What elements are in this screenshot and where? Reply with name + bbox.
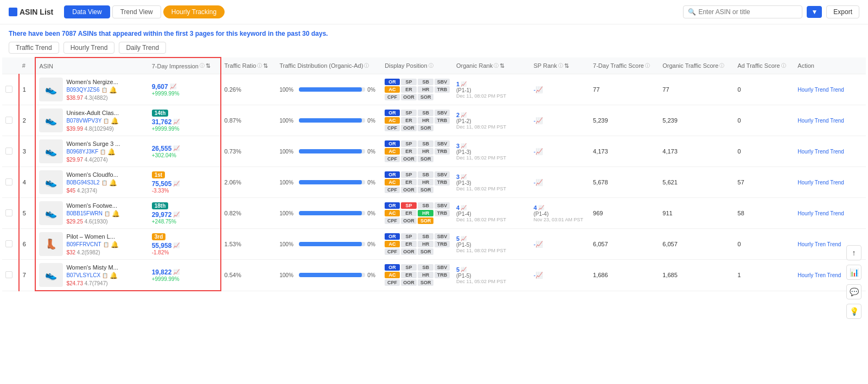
action-link[interactable]: Hourly Trend Trend [797, 87, 844, 93]
chat-button[interactable]: 💬 [846, 284, 861, 299]
row-number: 2 [19, 105, 36, 136]
th-impression-sort[interactable]: ⇅ [206, 62, 210, 69]
asin-code[interactable]: B07VLSYLCX 📋 🔔 [66, 272, 118, 279]
product-image: 👟 [39, 108, 63, 132]
dp-badge-sor: SOR [418, 279, 433, 286]
dp-badge-er: ER [401, 272, 417, 278]
dp-badge-er: ER [401, 210, 417, 216]
filter-traffic-trend[interactable]: Traffic Trend [9, 42, 59, 54]
tab-data-view[interactable]: Data View [64, 5, 110, 18]
data-export-button[interactable]: 📊 [846, 265, 861, 280]
asin-code[interactable]: B0BB15FWRN 📋 🔔 [66, 210, 120, 217]
table-row: 7 👟 Women's Misty M... B07VLSYLCX 📋 🔔 $2… [2, 260, 866, 291]
organic-rank-value[interactable]: 5 📈 [456, 235, 527, 242]
action-link[interactable]: Hourly Trend Trend [797, 149, 844, 155]
scroll-top-button[interactable]: ↑ [846, 245, 861, 260]
row-display-position: ORSPSBSBVACERHRTRBCPFOORSOR [381, 167, 453, 198]
asin-info: Women's Cloudfo... B0BG94S3L2 📋 🔔 $45 4.… [66, 171, 118, 194]
sp-rank-dash[interactable]: -📈 [533, 241, 543, 247]
row-organic-rank: 3 📈 (P1-3) Dec 11, 08:02 PM PST [453, 167, 531, 198]
organic-rank-value[interactable]: 2 📈 [456, 112, 527, 118]
impression-chart-icon[interactable]: 📈 [173, 145, 180, 151]
row-checkbox[interactable] [5, 178, 12, 185]
filter-hourly-trend[interactable]: Hourly Trend [63, 42, 115, 54]
info-button[interactable]: 💡 [846, 304, 861, 319]
dp-badge-or: OR [385, 264, 399, 271]
impression-chart-icon[interactable]: 📈 [170, 84, 176, 89]
asin-code[interactable]: B078VWPV3Y 📋 🔔 [66, 117, 119, 125]
action-link[interactable]: Hourly Trend Trend [797, 180, 844, 185]
asin-code[interactable]: B09FFRVCNT 📋 🔔 [66, 241, 118, 248]
impression-chart-icon[interactable]: 📈 [173, 269, 180, 275]
export-button[interactable]: Export [826, 5, 859, 18]
organic-rank-content: 2 📈 (P1-2) Dec 11, 08:02 PM PST [456, 112, 527, 130]
organic-rank-content: 1 📈 (P1-1) Dec 11, 08:02 PM PST [456, 81, 527, 99]
impression-chart-icon[interactable]: 📈 [173, 119, 180, 125]
impression-chart-icon[interactable]: 📈 [173, 181, 180, 187]
organic-rank-value[interactable]: 5 📈 [456, 266, 527, 273]
sp-rank-dash[interactable]: -📈 [533, 86, 543, 93]
sp-rank-dash[interactable]: -📈 [533, 179, 543, 185]
action-link[interactable]: Hourly Tren Trend [797, 241, 841, 247]
sp-rank-dash[interactable]: -📈 [533, 272, 543, 278]
product-name: Women's Nergize... [66, 79, 118, 85]
row-checkbox[interactable] [5, 117, 12, 124]
dp-badge-sbv: SBV [435, 202, 450, 209]
ratio-percent: 2.06% [225, 179, 241, 185]
row-asin-cell: 👟 Women's Cloudfo... B0BG94S3L2 📋 🔔 $45 … [35, 167, 148, 198]
rank-badge: 18th [152, 202, 169, 209]
organic-rank-value[interactable]: 3 📈 [456, 174, 527, 180]
row-checkbox[interactable] [5, 209, 12, 216]
th-organic-rank: Organic Rank ⓘ ⇅ [453, 57, 531, 74]
row-checkbox[interactable] [5, 86, 12, 93]
bell-icon: 🔔 [110, 272, 118, 279]
action-link[interactable]: Hourly Trend Trend [797, 210, 844, 216]
row-number: 5 [19, 198, 36, 229]
product-price: $39.99 4.8(102949) [66, 126, 119, 132]
asin-code[interactable]: B0BG94S3L2 📋 🔔 [66, 179, 118, 187]
row-ad-score: 1 [735, 260, 795, 291]
th-organic-sort[interactable]: ⇅ [500, 62, 505, 69]
row-checkbox[interactable] [5, 271, 12, 278]
row-organic-score: 1,685 [659, 260, 734, 291]
header-right: 🔍 ▼ Export [683, 5, 859, 18]
asin-code[interactable]: B0968YJ3KF 📋 🔔 [66, 148, 120, 156]
row-checkbox[interactable] [5, 240, 12, 247]
filter-daily-trend[interactable]: Daily Trend [119, 42, 166, 54]
product-price: $29.97 4.4(2074) [66, 157, 120, 163]
impression-chart-icon[interactable]: 📈 [173, 212, 180, 217]
sp-rank-value[interactable]: 4 📈 [533, 204, 586, 211]
dp-badge-or: OR [385, 140, 399, 147]
row-impression-cell: 26,555 📈 +302.04% [149, 136, 221, 167]
tab-trend-view[interactable]: Trend View [112, 5, 161, 18]
dropdown-button[interactable]: ▼ [807, 6, 822, 18]
row-distribution: 100% 0% [276, 260, 381, 291]
th-sp-sort[interactable]: ⇅ [564, 62, 569, 69]
sp-rank-dash[interactable]: -📈 [533, 148, 543, 155]
tab-hourly-tracking[interactable]: Hourly Tracking [163, 5, 225, 18]
th-action: Action [794, 57, 866, 74]
th-ratio-sort[interactable]: ⇅ [263, 62, 268, 69]
dp-badge-oor: OOR [401, 94, 417, 100]
row-traffic-ratio: 1.53% [221, 229, 277, 260]
row-display-position: ORSPSBSBVACERHRTRBCPFOORSOR [381, 198, 453, 229]
action-link[interactable]: Hourly Trend Trend [797, 118, 844, 124]
organic-rank-value[interactable]: 3 📈 [456, 143, 527, 149]
organic-pct: 100% [279, 272, 297, 278]
dp-badge-sb: SB [418, 233, 433, 240]
organic-rank-value[interactable]: 1 📈 [456, 81, 527, 87]
search-input[interactable] [698, 8, 796, 16]
sp-rank-dash[interactable]: -📈 [533, 117, 543, 124]
impression-chart-icon[interactable]: 📈 [173, 242, 180, 248]
action-link[interactable]: Hourly Tren Trend [797, 272, 841, 278]
organic-rank-value[interactable]: 4 📈 [456, 204, 527, 211]
row-traffic-ratio: 0.26% [221, 74, 277, 105]
dp-badge-sb: SB [418, 140, 433, 147]
asin-info: Women's Surge 3 ... B0968YJ3KF 📋 🔔 $29.9… [66, 140, 120, 163]
row-checkbox[interactable] [5, 148, 12, 155]
th-sp-rank: SP Rank ⓘ ⇅ [530, 57, 590, 74]
row-impression-cell: 1st 75,505 📈 -3.33% [149, 167, 221, 198]
bar-container [299, 273, 365, 277]
asin-code[interactable]: B093QYJZS6 📋 🔔 [66, 86, 118, 94]
row-traffic7-score: 5,239 [590, 105, 659, 136]
